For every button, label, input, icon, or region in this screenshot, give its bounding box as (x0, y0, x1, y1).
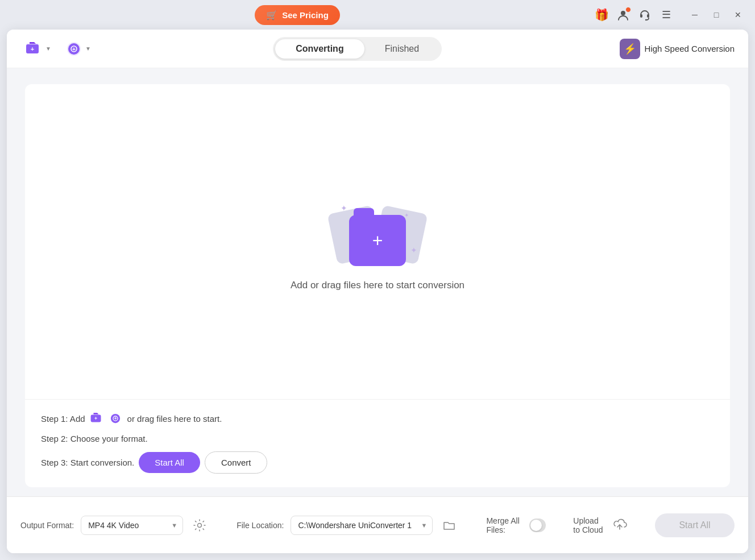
step-3-prefix: Step 3: Start conversion. (41, 458, 134, 467)
output-format-settings-button[interactable] (190, 516, 209, 535)
sparkle-2: ✦ (410, 246, 417, 255)
svg-rect-2 (647, 14, 649, 18)
toggle-knob (530, 520, 542, 531)
minimize-button[interactable]: ─ (685, 5, 705, 25)
upload-cloud-button[interactable] (612, 517, 628, 534)
high-speed-label: High Speed Conversion (645, 44, 735, 53)
svg-rect-1 (640, 14, 642, 18)
drop-area[interactable]: + ✦ ✦ ✦ Add or drag files here to start … (25, 84, 730, 400)
tab-toggle: Converting Finished (273, 37, 442, 61)
merge-field: Merge All Files: (486, 516, 546, 534)
svg-text:+: + (31, 45, 34, 52)
tab-finished[interactable]: Finished (364, 39, 439, 59)
output-format-label: Output Format: (20, 521, 74, 530)
sparkle-1: ✦ (341, 204, 347, 213)
close-button[interactable]: ✕ (728, 5, 748, 25)
convert-button[interactable]: Convert (205, 451, 268, 474)
start-all-big-button[interactable]: Start All (655, 513, 735, 537)
folder-tab (354, 208, 374, 216)
right-section: Merge All Files: Upload to Cloud (486, 513, 735, 537)
settings-icon (193, 519, 206, 532)
svg-text:+: + (94, 416, 97, 421)
svg-text:+: + (114, 416, 117, 421)
file-location-folder-button[interactable] (439, 516, 459, 535)
svg-point-3 (645, 19, 646, 20)
merge-toggle[interactable] (529, 518, 546, 532)
see-pricing-button[interactable]: 🛒 See Pricing (255, 5, 340, 25)
drop-text: Add or drag files here to start conversi… (291, 280, 464, 291)
maximize-button[interactable]: □ (706, 5, 727, 25)
titlebar: 🛒 See Pricing 🎁 ☰ (0, 0, 755, 30)
step-1-row: Step 1: Add + + (41, 411, 714, 426)
folder-plus-icon: + (372, 231, 383, 250)
app-window: + ▼ + ▼ Converting Finished (7, 30, 748, 553)
upload-field: Upload to Cloud (573, 516, 628, 534)
tool-chevron-2: ▼ (85, 45, 91, 52)
file-location-select[interactable]: C:\Wondershare UniConverter 1 (291, 516, 433, 535)
high-speed-section: ⚡ High Speed Conversion (620, 39, 735, 59)
file-location-select-wrap: C:\Wondershare UniConverter 1 ▼ (291, 516, 433, 535)
upload-label: Upload to Cloud (573, 516, 606, 534)
steps-area: Step 1: Add + + (25, 400, 730, 487)
gift-button[interactable]: 🎁 (592, 6, 611, 24)
start-all-button[interactable]: Start All (139, 452, 200, 473)
add-file-icon: + (25, 40, 43, 58)
menu-button[interactable]: ☰ (657, 6, 675, 24)
add-media-button[interactable]: + ▼ (60, 36, 96, 61)
step-add-media-icon: + (108, 411, 123, 426)
output-format-select[interactable]: MP4 4K Video (81, 516, 183, 535)
app-header: + ▼ + ▼ Converting Finished (7, 30, 748, 68)
svg-point-16 (198, 523, 202, 527)
step-1-prefix: Step 1: Add (41, 414, 85, 424)
output-format-select-wrap: MP4 4K Video ▼ (81, 516, 183, 535)
sparkle-3: ✦ (404, 212, 409, 218)
headset-icon (638, 9, 651, 21)
file-location-label: File Location: (237, 521, 284, 530)
merge-label: Merge All Files: (486, 516, 522, 534)
tool-chevron-1: ▼ (45, 45, 51, 52)
svg-point-0 (621, 11, 625, 15)
folder-main: + (349, 215, 406, 266)
support-button[interactable] (636, 6, 654, 24)
header-tools: + ▼ + ▼ (20, 36, 96, 61)
window-controls: ─ □ ✕ (685, 5, 748, 25)
step-add-file-icon: + (90, 411, 105, 426)
step-1-suffix: or drag files here to start. (127, 414, 222, 424)
step-1-icons: + + (90, 411, 123, 426)
output-format-field: Output Format: MP4 4K Video ▼ (20, 516, 209, 535)
folder-illustration: + ✦ ✦ ✦ (332, 192, 423, 266)
file-location-field: File Location: C:\Wondershare UniConvert… (237, 516, 459, 535)
main-content: + ✦ ✦ ✦ Add or drag files here to start … (7, 68, 748, 496)
svg-text:+: + (72, 45, 76, 52)
user-button[interactable] (614, 6, 632, 24)
gift-icon: 🎁 (595, 8, 609, 22)
add-file-button[interactable]: + ▼ (20, 36, 56, 61)
bottom-bar: Output Format: MP4 4K Video ▼ File Locat… (7, 496, 748, 553)
add-media-icon: + (65, 40, 83, 58)
user-notification-badge (625, 7, 631, 13)
folder-icon (443, 519, 455, 532)
cart-icon: 🛒 (266, 10, 277, 20)
cloud-upload-icon (612, 517, 628, 530)
step-3-row: Step 3: Start conversion. Start All Conv… (41, 451, 714, 474)
drop-zone: + ✦ ✦ ✦ Add or drag files here to start … (25, 84, 730, 487)
tab-converting[interactable]: Converting (275, 39, 364, 59)
step-2-row: Step 2: Choose your format. (41, 434, 714, 443)
bolt-icon: ⚡ (620, 39, 640, 59)
step-2-text: Step 2: Choose your format. (41, 434, 148, 443)
titlebar-icons: 🎁 ☰ (592, 6, 675, 24)
see-pricing-label: See Pricing (282, 10, 329, 20)
menu-icon: ☰ (662, 9, 671, 21)
